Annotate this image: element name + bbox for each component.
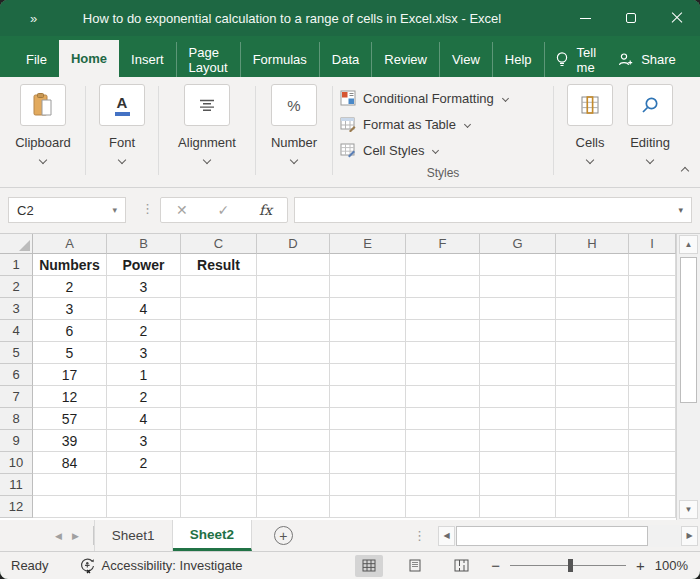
row-header-10[interactable]: 10 xyxy=(0,452,33,474)
row-header-4[interactable]: 4 xyxy=(0,320,33,342)
cell-F5[interactable] xyxy=(406,342,480,364)
collapse-ribbon-button[interactable] xyxy=(682,160,688,178)
cell-E6[interactable] xyxy=(330,364,406,386)
scroll-up-icon[interactable]: ▲ xyxy=(679,235,698,254)
cell-D3[interactable] xyxy=(257,298,330,320)
page-break-preview-button[interactable] xyxy=(447,555,475,577)
cell-H2[interactable] xyxy=(556,276,629,298)
cell-F1[interactable] xyxy=(406,254,480,276)
cell-F6[interactable] xyxy=(406,364,480,386)
column-header-C[interactable]: C xyxy=(181,234,257,254)
cell-C12[interactable] xyxy=(181,496,257,518)
row-header-9[interactable]: 9 xyxy=(0,430,33,452)
formula-bar-resize-handle[interactable]: ⋮ xyxy=(141,201,154,216)
cell-F8[interactable] xyxy=(406,408,480,430)
cell-E2[interactable] xyxy=(330,276,406,298)
normal-view-button[interactable] xyxy=(355,555,383,577)
cell-F7[interactable] xyxy=(406,386,480,408)
cell-I1[interactable] xyxy=(629,254,676,276)
formula-input[interactable]: ▾ xyxy=(294,197,692,223)
zoom-slider-handle[interactable] xyxy=(568,559,573,572)
cell-H11[interactable] xyxy=(556,474,629,496)
cell-C4[interactable] xyxy=(181,320,257,342)
cell-I10[interactable] xyxy=(629,452,676,474)
cell-B11[interactable] xyxy=(107,474,181,496)
enter-check-icon[interactable]: ✓ xyxy=(217,203,229,217)
cell-B5[interactable]: 3 xyxy=(107,342,181,364)
cell-I2[interactable] xyxy=(629,276,676,298)
cell-D11[interactable] xyxy=(257,474,330,496)
cell-G10[interactable] xyxy=(480,452,556,474)
sheet-tab-sheet2[interactable]: Sheet2 xyxy=(173,520,252,551)
scroll-right-icon[interactable]: ▶ xyxy=(681,526,698,546)
tab-home[interactable]: Home xyxy=(59,40,119,77)
cell-A9[interactable]: 39 xyxy=(33,430,107,452)
number-group-button[interactable]: % Number xyxy=(263,84,325,187)
cell-C6[interactable] xyxy=(181,364,257,386)
cell-E1[interactable] xyxy=(330,254,406,276)
cell-C3[interactable] xyxy=(181,298,257,320)
cell-D5[interactable] xyxy=(257,342,330,364)
cell-D7[interactable] xyxy=(257,386,330,408)
name-box[interactable]: C2 ▾ xyxy=(8,197,126,223)
column-header-I[interactable]: I xyxy=(629,234,676,254)
name-box-dropdown-icon[interactable]: ▾ xyxy=(112,205,117,215)
row-header-11[interactable]: 11 xyxy=(0,474,33,496)
horizontal-scrollbar[interactable]: ◀ ▶ xyxy=(438,520,698,551)
font-group-button[interactable]: A Font xyxy=(93,84,151,187)
cell-B4[interactable]: 2 xyxy=(107,320,181,342)
column-header-G[interactable]: G xyxy=(480,234,556,254)
row-header-3[interactable]: 3 xyxy=(0,298,33,320)
column-header-H[interactable]: H xyxy=(556,234,629,254)
cell-E8[interactable] xyxy=(330,408,406,430)
cell-H3[interactable] xyxy=(556,298,629,320)
cell-G3[interactable] xyxy=(480,298,556,320)
cell-B10[interactable]: 2 xyxy=(107,452,181,474)
cell-E12[interactable] xyxy=(330,496,406,518)
scroll-down-icon[interactable]: ▼ xyxy=(679,500,698,519)
next-sheet-icon[interactable]: ▶ xyxy=(72,531,79,541)
cell-B7[interactable]: 2 xyxy=(107,386,181,408)
cell-B9[interactable]: 3 xyxy=(107,430,181,452)
minimize-button[interactable] xyxy=(562,0,608,36)
cell-I5[interactable] xyxy=(629,342,676,364)
row-header-1[interactable]: 1 xyxy=(0,254,33,276)
column-header-F[interactable]: F xyxy=(406,234,480,254)
vertical-scrollbar[interactable]: ▲ ▼ xyxy=(676,234,700,520)
cell-C9[interactable] xyxy=(181,430,257,452)
cell-G1[interactable] xyxy=(480,254,556,276)
tab-view[interactable]: View xyxy=(439,42,492,77)
share-button[interactable]: Share xyxy=(606,42,688,77)
cell-A4[interactable]: 6 xyxy=(33,320,107,342)
cell-D4[interactable] xyxy=(257,320,330,342)
row-header-12[interactable]: 12 xyxy=(0,496,33,518)
cell-G4[interactable] xyxy=(480,320,556,342)
cell-H9[interactable] xyxy=(556,430,629,452)
cell-C2[interactable] xyxy=(181,276,257,298)
quick-access-toolbar-overflow-icon[interactable]: » xyxy=(30,11,38,26)
cell-B8[interactable]: 4 xyxy=(107,408,181,430)
cell-F11[interactable] xyxy=(406,474,480,496)
cell-H12[interactable] xyxy=(556,496,629,518)
cell-styles-button[interactable]: Cell Styles xyxy=(340,137,546,163)
cell-A10[interactable]: 84 xyxy=(33,452,107,474)
cell-F10[interactable] xyxy=(406,452,480,474)
cell-A5[interactable]: 5 xyxy=(33,342,107,364)
cell-E11[interactable] xyxy=(330,474,406,496)
tab-insert[interactable]: Insert xyxy=(119,42,176,77)
close-button[interactable] xyxy=(654,0,700,36)
cell-B1[interactable]: Power xyxy=(107,254,181,276)
cell-E10[interactable] xyxy=(330,452,406,474)
cell-D8[interactable] xyxy=(257,408,330,430)
cell-G6[interactable] xyxy=(480,364,556,386)
cell-H8[interactable] xyxy=(556,408,629,430)
row-header-6[interactable]: 6 xyxy=(0,364,33,386)
cell-H7[interactable] xyxy=(556,386,629,408)
cell-I9[interactable] xyxy=(629,430,676,452)
tell-me-button[interactable]: Tell me xyxy=(544,42,607,77)
clipboard-group-button[interactable]: Clipboard xyxy=(8,84,78,187)
cell-A11[interactable] xyxy=(33,474,107,496)
cell-G5[interactable] xyxy=(480,342,556,364)
cell-D10[interactable] xyxy=(257,452,330,474)
column-header-B[interactable]: B xyxy=(107,234,181,254)
